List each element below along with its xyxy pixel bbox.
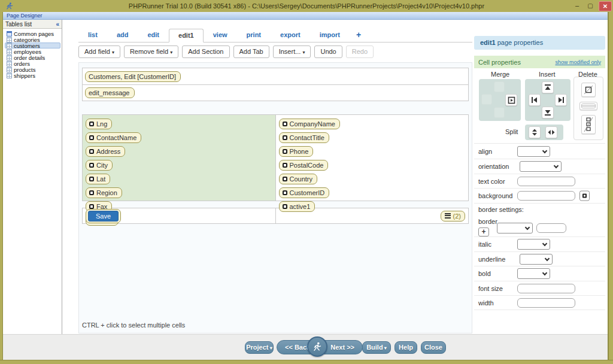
italic-select[interactable] [517,239,550,250]
width-input[interactable] [517,298,575,308]
page-tab[interactable]: list [78,28,107,42]
add-page-tab-button[interactable]: + [350,28,368,42]
field-tag[interactable]: Lat [86,174,110,184]
split-horizontal-button[interactable] [545,126,557,138]
color-swatch-icon [582,194,587,198]
show-modified-only-link[interactable]: show modified only [555,59,601,65]
border-value-input[interactable] [536,223,566,233]
page-tab[interactable]: view [204,28,237,42]
bold-select[interactable] [517,268,550,279]
table-list-item[interactable]: categories [5,37,60,43]
designer-surface: Customers, Edit [CustomerID] edit_messag… [78,62,472,333]
field-tag[interactable]: Phone [279,146,314,157]
designer-toolbar: Add field Remove field Add Section Add T… [78,46,474,58]
field-tag[interactable]: Region [86,187,122,198]
page-tab[interactable]: add [107,28,138,42]
field-tag[interactable]: ContactTitle [279,132,329,143]
table-list-item[interactable]: products [5,66,60,72]
toolbar-button[interactable]: Add Section [182,46,229,58]
collapsed-items-badge[interactable]: (2) [441,211,465,222]
text-color-input[interactable] [517,177,575,186]
field-tag[interactable]: CustomerID [279,187,330,198]
help-button[interactable]: Help [394,341,417,354]
table-list-item[interactable]: order details [5,54,60,60]
bold-label: bold [478,270,491,277]
field-checkbox-icon [89,135,94,140]
field-tag[interactable]: Country [279,174,318,184]
field-tag[interactable]: ContactName [86,132,141,143]
field-tag[interactable]: CompanyName [279,119,340,129]
next-button[interactable]: Next >> [330,344,354,351]
font-size-label: font size [478,285,503,292]
border-style-select[interactable] [497,223,533,233]
toolbar-button[interactable]: Insert... [273,46,311,58]
header-row: edit_message [83,84,468,101]
delete-cell-button[interactable] [581,83,596,97]
fields-cell-left[interactable]: Lng ContactName Address [83,115,276,201]
background-input[interactable] [517,191,575,201]
column-slash-icon [584,117,593,132]
badge-cell[interactable]: (2) [276,208,469,223]
insert-column-right-button[interactable] [555,94,567,106]
table-list-item[interactable]: orders [5,60,60,66]
page-designer-bar: Page Designer [3,12,608,20]
split-vertical-button[interactable] [529,126,541,138]
collapse-sidebar-button[interactable]: « [56,21,59,28]
close-window-button[interactable]: ✕ [599,1,612,11]
field-tag[interactable]: City [86,160,113,171]
run-button[interactable] [307,336,327,357]
align-select[interactable] [517,146,550,157]
font-size-row: font size [474,281,605,296]
layout-tag[interactable]: Customers, Edit [CustomerID] [85,71,181,82]
align-label: align [478,148,492,155]
insert-row-below-button[interactable] [542,107,554,119]
arrow-left-to-bar-icon [531,96,538,104]
chevron-down-icon [545,256,550,260]
merge-left-disabled [481,94,492,105]
chevron-down-icon [542,241,547,246]
fields-cell-right[interactable]: CompanyName ContactTitle Phone [276,115,469,201]
build-button[interactable]: Build [362,341,391,354]
toolbar-button[interactable]: Add Tab [233,46,269,58]
close-button[interactable]: Close [421,341,446,354]
merge-right-button[interactable] [505,94,517,106]
field-tag[interactable]: Address [86,146,125,157]
toolbar-button[interactable]: Redo [346,46,374,58]
minimize-button[interactable]: – [570,1,584,11]
toolbar-button[interactable]: Remove field [124,46,178,58]
insert-row-above-button[interactable] [542,81,554,93]
font-size-input[interactable] [517,284,575,293]
back-button[interactable]: << Back [285,344,310,351]
page-tab[interactable]: export [271,28,310,42]
hamburger-icon [445,213,451,219]
save-cell[interactable]: Save [83,208,276,223]
field-tag[interactable]: Lng [86,119,112,129]
orientation-select[interactable] [520,161,562,172]
table-list-item[interactable]: shippers [5,72,60,78]
page-tab[interactable]: edit [138,28,169,42]
delete-row-button[interactable] [579,102,597,110]
page-tab[interactable]: print [237,28,271,42]
save-tag[interactable]: Save [86,209,121,223]
properties-panel: edit1 page properties Cell properties sh… [474,20,605,334]
table-list-item[interactable]: customers [5,43,60,48]
insert-column-left-button[interactable] [529,94,541,106]
background-label: background [478,192,513,199]
background-color-picker-button[interactable] [579,191,590,201]
header-table: Customers, Edit [CustomerID] edit_messag… [82,68,469,101]
project-button[interactable]: Project [245,341,274,354]
underline-select[interactable] [520,254,553,265]
add-border-button[interactable]: + [478,228,489,236]
maximize-button[interactable]: ▢ [584,1,597,11]
toolbar-button[interactable]: Undo [314,46,342,58]
table-list-item[interactable]: Common pages [5,31,60,37]
table-list-item[interactable]: employees [5,48,60,54]
delete-column-button[interactable] [581,115,596,134]
field-tag[interactable]: PostalCode [279,160,329,171]
page-tab[interactable]: import [310,28,350,42]
border-label: border [478,218,497,225]
page-tab[interactable]: edit1 [169,29,204,43]
layout-tag[interactable]: edit_message [85,87,135,98]
save-button[interactable]: Save [88,211,119,222]
toolbar-button[interactable]: Add field [78,46,120,58]
